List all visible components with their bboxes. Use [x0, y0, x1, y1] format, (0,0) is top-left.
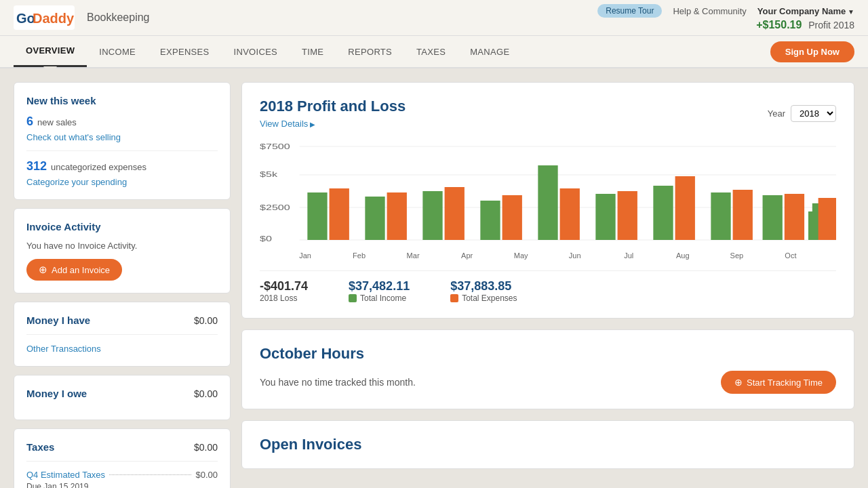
month-mar: Mar [395, 251, 431, 260]
hours-body: You have no time tracked this month. ⊕ S… [260, 371, 836, 394]
divider-2 [26, 334, 218, 335]
nav-overview[interactable]: OVERVIEW [14, 36, 87, 67]
income-legend-dot [349, 294, 357, 302]
chart-header: 2018 Profit and Loss View Details Year 2… [260, 98, 836, 129]
bar-expense-jul [675, 176, 695, 240]
other-transactions-link[interactable]: Other Transactions [26, 344, 101, 354]
chart-area: $7500 $5k $2500 $0 [260, 140, 836, 260]
year-selector: Year 2018 2017 2016 [768, 105, 836, 122]
main-content: New this week 6 new sales Check out what… [0, 68, 868, 488]
income-value: $37,482.11 [349, 279, 410, 293]
bar-expense-feb [387, 192, 407, 240]
bar-income-jun [595, 194, 615, 240]
expenses-label-text: Total Expenses [462, 293, 517, 303]
month-sep: Sep [718, 251, 755, 260]
month-may: May [502, 251, 539, 260]
year-label: Year [768, 108, 785, 119]
year-select[interactable]: 2018 2017 2016 [791, 105, 836, 122]
bar-income-apr [480, 201, 500, 240]
bar-income-jul [653, 186, 673, 240]
month-oct: Oct [772, 251, 809, 260]
svg-text:$7500: $7500 [260, 142, 290, 150]
q4-tax-amount: $0.00 [195, 470, 218, 480]
bookkeeping-label: Bookkeeping [87, 12, 150, 24]
nav-time[interactable]: TIME [290, 37, 336, 66]
logo: Go Daddy [14, 5, 75, 30]
month-jun: Jun [557, 251, 593, 260]
no-time-text: You have no time tracked this month. [260, 377, 416, 388]
view-details-link[interactable]: View Details [260, 119, 315, 129]
help-community-link[interactable]: Help & Community [673, 6, 746, 16]
invoice-activity-title: Invoice Activity [26, 221, 218, 232]
sales-label: new sales [37, 117, 77, 127]
divider-3 [26, 461, 218, 462]
invoice-activity-card: Invoice Activity You have no Invoice Act… [14, 208, 231, 293]
money-owe-amount: $0.00 [194, 388, 218, 399]
left-panel: New this week 6 new sales Check out what… [14, 82, 231, 488]
nav-income[interactable]: INCOME [87, 37, 148, 66]
expenses-row: 312 uncategorized expenses [26, 159, 218, 174]
taxes-card: Taxes $0.00 Q4 Estimated Taxes $0.00 Due… [14, 428, 231, 488]
bar-income-feb [365, 197, 384, 240]
expenses-label: Total Expenses [450, 293, 517, 303]
q4-tax-link[interactable]: Q4 Estimated Taxes [26, 470, 105, 480]
month-jan: Jan [287, 251, 323, 260]
sign-up-button[interactable]: Sign Up Now [770, 41, 854, 62]
start-tracking-button[interactable]: ⊕ Start Tracking Time [721, 371, 836, 394]
company-name-dropdown[interactable]: Your Company Name [757, 6, 854, 16]
nav-manage[interactable]: MANAGE [458, 37, 521, 66]
divider-1 [26, 150, 218, 151]
bar-chart: $7500 $5k $2500 $0 [260, 140, 836, 248]
expenses-legend-dot [450, 294, 458, 302]
nav-reports[interactable]: REPORTS [336, 37, 404, 66]
categorize-link[interactable]: Categorize your spending [26, 177, 127, 187]
month-labels: Jan Feb Mar Apr May Jun Jul Aug Sep Oct [260, 251, 836, 260]
open-invoices-card: Open Invoices [241, 420, 854, 469]
chart-header-left: 2018 Profit and Loss View Details [260, 98, 406, 129]
money-owe-card: Money I owe $0.00 [14, 375, 231, 420]
money-owe-header: Money I owe $0.00 [26, 388, 218, 399]
svg-text:$0: $0 [260, 235, 272, 243]
october-hours-title: October Hours [260, 345, 836, 363]
svg-text:$5k: $5k [260, 170, 277, 178]
q4-tax-row: Q4 Estimated Taxes $0.00 [26, 470, 218, 480]
bar-expense-jun [618, 191, 637, 240]
nav-invoices[interactable]: INVOICES [222, 37, 290, 66]
bar-income-sep [763, 195, 783, 240]
bar-income-jan [307, 192, 327, 240]
nav-links: OVERVIEW INCOME EXPENSES INVOICES TIME R… [14, 36, 521, 67]
expenses-stat: $37,883.85 Total Expenses [450, 279, 517, 303]
profit-label: Profit 2018 [808, 20, 854, 30]
bar-income-may [538, 165, 557, 240]
taxes-title: Taxes [26, 441, 54, 453]
top-right-top: Resume Tour Help & Community Your Compan… [597, 4, 854, 18]
bar-expense-oct [818, 198, 836, 240]
start-tracking-label: Start Tracking Time [747, 378, 823, 388]
new-this-week-title: New this week [26, 95, 218, 106]
nav-taxes[interactable]: TAXES [404, 37, 458, 66]
month-aug: Aug [665, 251, 701, 260]
month-apr: Apr [449, 251, 486, 260]
bar-expense-may [560, 188, 580, 240]
bar-income-aug [711, 192, 730, 240]
taxes-header: Taxes $0.00 [26, 441, 218, 453]
top-bar: Go Daddy Bookkeeping Resume Tour Help & … [0, 0, 868, 36]
bar-expense-mar [445, 187, 465, 240]
sales-count: 6 [26, 115, 33, 129]
resume-tour-button[interactable]: Resume Tour [597, 4, 662, 18]
nav-expenses[interactable]: EXPENSES [148, 37, 222, 66]
check-selling-link[interactable]: Check out what's selling [26, 132, 121, 142]
loss-value: -$401.74 [260, 279, 308, 293]
money-have-title: Money I have [26, 314, 90, 326]
sales-row: 6 new sales [26, 115, 218, 129]
bar-income-mar [422, 191, 442, 240]
add-invoice-button[interactable]: ⊕ Add an Invoice [26, 259, 122, 281]
expense-label: uncategorized expenses [51, 162, 146, 172]
q4-due-date: Due Jan 15 2019 [26, 482, 218, 488]
add-invoice-label: Add an Invoice [52, 265, 110, 275]
expenses-value: $37,883.85 [450, 279, 517, 293]
loss-stat: -$401.74 2018 Loss [260, 279, 308, 303]
profit-loss-title: 2018 Profit and Loss [260, 98, 406, 115]
bar-expense-apr [502, 195, 522, 240]
month-feb: Feb [341, 251, 378, 260]
